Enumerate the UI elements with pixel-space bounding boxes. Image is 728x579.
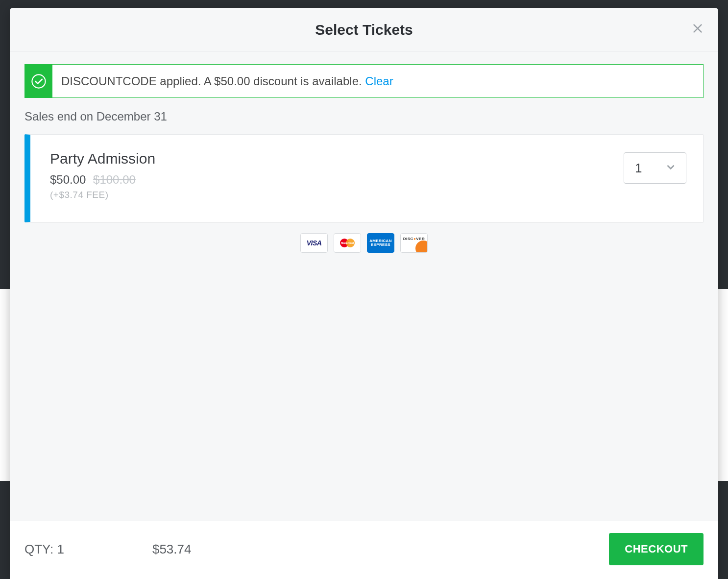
amex-line2: EXPRESS [371,243,390,247]
close-button[interactable] [691,22,704,35]
close-icon [691,22,704,35]
discover-card-icon: DISC●VER [400,233,428,253]
payment-methods: VISA MasterCard AMERICAN EXPRESS DISC●VE… [24,233,704,253]
original-price: $100.00 [93,173,136,186]
quantity-select[interactable]: 1 [624,152,686,184]
ticket-modal: Select Tickets DISCOUNTCODE applied. A $… [10,8,718,579]
modal-body: DISCOUNTCODE applied. A $50.00 discount … [10,51,718,521]
sales-end-text: Sales end on December 31 [24,110,704,123]
alert-message: DISCOUNTCODE applied. A $50.00 discount … [61,74,365,88]
quantity-value: 1 [635,161,642,176]
footer-qty: QTY: 1 [24,542,64,557]
footer-summary: QTY: 1 $53.74 [24,542,191,557]
checkout-button[interactable]: CHECKOUT [609,533,704,565]
footer-total: $53.74 [152,542,192,557]
modal-title: Select Tickets [22,22,706,38]
mastercard-icon: MasterCard [334,233,361,253]
chevron-down-icon [664,161,677,175]
svg-point-2 [32,74,45,88]
visa-text: VISA [307,239,322,247]
ticket-card: Party Admission $50.00 $100.00 (+$3.74 F… [24,134,704,222]
discount-alert: DISCOUNTCODE applied. A $50.00 discount … [24,64,704,98]
price-row: $50.00 $100.00 [50,173,624,187]
mastercard-text: MasterCard [341,241,354,244]
discounted-price: $50.00 [50,173,86,186]
fee-text: (+$3.74 FEE) [50,190,624,200]
ticket-name: Party Admission [50,150,624,167]
visa-card-icon: VISA [300,233,328,253]
amex-card-icon: AMERICAN EXPRESS [367,233,394,253]
checkmark-circle-icon [30,73,47,90]
success-icon-container [25,65,52,97]
ticket-info: Party Admission $50.00 $100.00 (+$3.74 F… [50,150,624,200]
modal-header: Select Tickets [10,8,718,51]
clear-discount-link[interactable]: Clear [365,74,393,88]
modal-footer: QTY: 1 $53.74 CHECKOUT [10,521,718,579]
alert-text: DISCOUNTCODE applied. A $50.00 discount … [52,65,402,97]
